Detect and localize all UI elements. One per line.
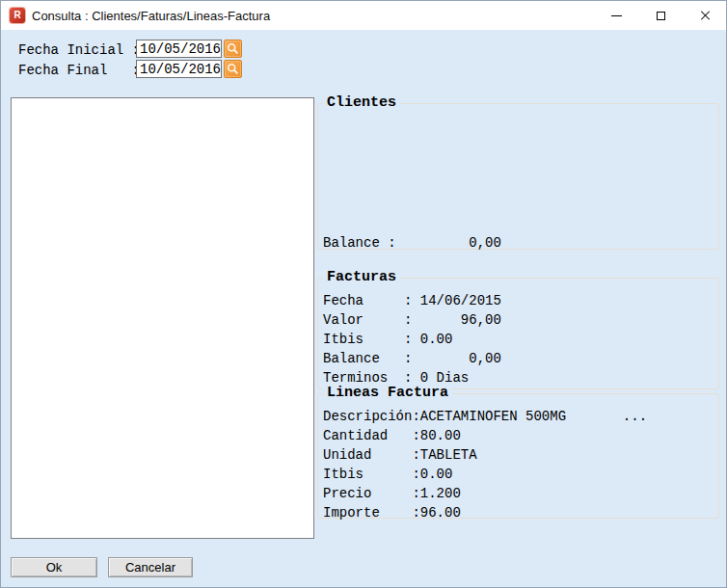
fecha-inicial-label: Fecha Inicial : bbox=[18, 43, 140, 58]
clientes-groupbox: Clientes Balance : 0,00 bbox=[317, 103, 719, 250]
minimize-icon bbox=[611, 15, 622, 16]
lineas-descripcion-row[interactable]: Descripción:ACETAMINOFEN 500MG ... bbox=[323, 407, 647, 426]
fecha-inicial-search-button[interactable] bbox=[224, 40, 242, 58]
lineas-unidad-row: Unidad :TABLETA bbox=[323, 445, 647, 465]
maximize-icon bbox=[657, 12, 665, 20]
lineas-importe-row: Importe :96.00 bbox=[323, 503, 647, 522]
clientes-balance-row: Balance : 0,00 bbox=[323, 233, 501, 253]
fecha-final-input[interactable] bbox=[136, 60, 222, 78]
fecha-final-label: Fecha Final : bbox=[18, 64, 140, 78]
magnifier-icon bbox=[227, 42, 239, 55]
clientes-title: Clientes bbox=[323, 95, 400, 111]
ok-button[interactable]: Ok bbox=[11, 557, 97, 577]
app-icon: R bbox=[10, 8, 25, 23]
lineas-itbis-row: Itbis :0.00 bbox=[323, 465, 647, 484]
lineas-precio-row: Precio :1.200 bbox=[323, 484, 647, 503]
lineas-factura-groupbox: Lineas Factura Descripción:ACETAMINOFEN … bbox=[317, 393, 719, 519]
facturas-itbis-row: Itbis : 0.00 bbox=[323, 330, 501, 349]
magnifier-icon bbox=[227, 63, 239, 75]
cancel-button[interactable]: Cancelar bbox=[108, 557, 193, 577]
consulta-window: R Consulta : Clientes/Faturas/Lineas-Fac… bbox=[0, 0, 727, 588]
results-listbox[interactable] bbox=[11, 97, 314, 539]
titlebar[interactable]: R Consulta : Clientes/Faturas/Lineas-Fac… bbox=[1, 1, 726, 30]
close-button[interactable] bbox=[683, 1, 727, 30]
facturas-groupbox: Facturas Fecha : 14/06/2015 Valor : 96,0… bbox=[317, 278, 719, 389]
minimize-button[interactable] bbox=[594, 1, 638, 30]
lineas-cantidad-row: Cantidad :80.00 bbox=[323, 426, 647, 445]
window-title: Consulta : Clientes/Faturas/Lineas-Factu… bbox=[32, 9, 270, 23]
fecha-inicial-input[interactable] bbox=[136, 40, 222, 58]
facturas-balance-row: Balance : 0,00 bbox=[323, 349, 501, 368]
fecha-final-search-button[interactable] bbox=[224, 60, 242, 78]
maximize-button[interactable] bbox=[638, 1, 683, 30]
facturas-fecha-row: Fecha : 14/06/2015 bbox=[323, 291, 501, 310]
close-icon bbox=[700, 10, 712, 21]
facturas-title: Facturas bbox=[323, 270, 400, 285]
lineas-factura-title: Lineas Factura bbox=[323, 386, 452, 401]
facturas-valor-row: Valor : 96,00 bbox=[323, 310, 501, 330]
